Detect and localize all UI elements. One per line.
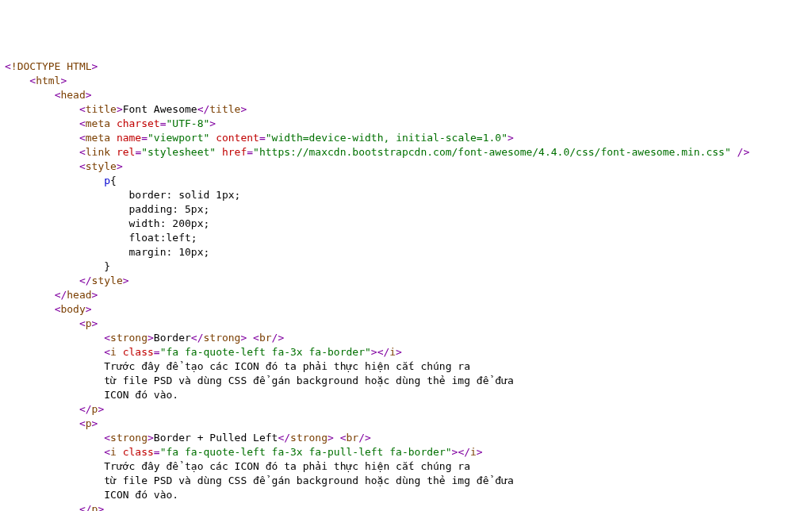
- code-block: <!DOCTYPE HTML> <html> <head> <title>Fon…: [5, 60, 807, 511]
- example-2-title: Border + Pulled Left: [154, 432, 278, 444]
- example-1-title: Border: [154, 332, 191, 344]
- title-text: Font Awesome: [123, 103, 197, 115]
